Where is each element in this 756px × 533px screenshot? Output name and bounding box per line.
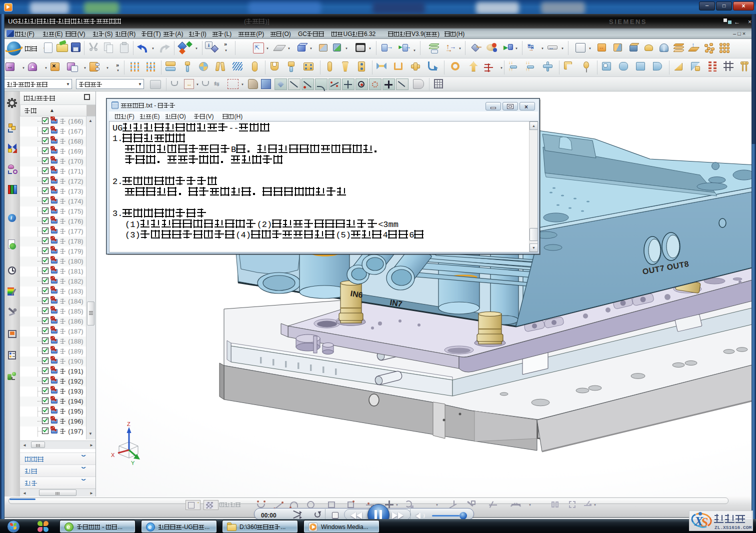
svg-text:Z: Z [127,421,130,427]
svg-text:X: X [111,452,115,458]
svg-text:Y: Y [131,460,135,466]
